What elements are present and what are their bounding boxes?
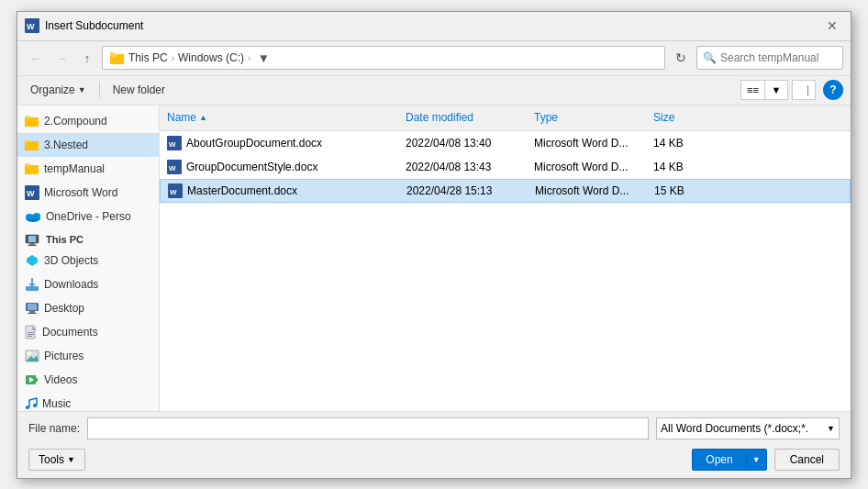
svg-rect-10 (25, 163, 30, 166)
documents-icon (25, 325, 38, 339)
sidebar-item-videos[interactable]: Videos (17, 368, 159, 392)
tools-chevron-icon: ▼ (67, 455, 75, 464)
sidebar-label-downloads: Downloads (44, 278, 98, 291)
file-list-header: Name ▲ Date modified Type Size (160, 106, 851, 131)
svg-rect-23 (31, 278, 33, 284)
svg-rect-18 (29, 243, 35, 245)
breadcrumb: This PC › Windows (C:) › ▼ (102, 46, 665, 70)
tools-button[interactable]: Tools ▼ (28, 449, 85, 471)
word-icon: W (25, 185, 39, 200)
svg-rect-7 (25, 141, 39, 150)
sidebar-item-3nested[interactable]: 3.Nested (17, 133, 159, 157)
sidebar-item-music[interactable]: Music (17, 392, 159, 411)
sidebar-label-tempmanual: tempManual (44, 162, 105, 175)
close-button[interactable]: ✕ (821, 15, 843, 37)
sidebar-label-word: Microsoft Word (44, 186, 117, 199)
svg-rect-17 (28, 236, 36, 242)
onedrive-icon (25, 211, 41, 222)
preview-pane-button[interactable]: ⎹ (792, 80, 816, 100)
open-arrow-icon: ▼ (747, 455, 766, 464)
sidebar-item-desktop[interactable]: Desktop (17, 296, 159, 320)
column-type-label: Type (534, 111, 558, 124)
file-type: Microsoft Word D... (535, 184, 629, 197)
svg-text:W: W (27, 22, 35, 31)
open-button[interactable]: Open ▼ (692, 449, 766, 471)
help-button[interactable]: ? (823, 80, 843, 100)
folder-icon (25, 115, 39, 127)
folder-icon (25, 139, 39, 150)
file-name: MasterDocument.docx (187, 184, 297, 197)
view-options: ≡≡ ▼ ⎹ ? (740, 80, 843, 100)
sidebar-item-documents[interactable]: Documents (17, 320, 159, 344)
file-type: Microsoft Word D... (534, 161, 628, 173)
search-icon: 🔍 (703, 51, 717, 64)
word-doc-icon: W (167, 136, 182, 150)
organize-chevron-icon: ▼ (78, 85, 86, 94)
cancel-button[interactable]: Cancel (774, 449, 840, 471)
sidebar-label-onedrive: OneDrive - Perso (46, 210, 131, 223)
breadcrumb-dropdown[interactable]: ▼ (254, 49, 273, 67)
svg-text:W: W (169, 164, 176, 172)
table-row[interactable]: W GroupDocumentStyle.docx 2022/04/08 13:… (160, 155, 851, 179)
address-bar: ← → ↑ This PC › Windows (C:) › ▼ ↻ 🔍 (17, 41, 851, 76)
word-title-icon: W (25, 18, 39, 33)
pictures-icon (25, 350, 39, 362)
main-content: 2.Compound 3.Nested tempManual (17, 106, 851, 411)
new-folder-label: New folder (113, 83, 165, 96)
toolbar-separator (99, 82, 100, 98)
word-doc-icon: W (168, 183, 183, 198)
column-type[interactable]: Type (527, 111, 646, 124)
title-bar: W Insert Subdocument ✕ (17, 12, 851, 41)
videos-icon (25, 373, 39, 386)
sidebar-item-2compound[interactable]: 2.Compound (17, 109, 159, 133)
new-folder-button[interactable]: New folder (107, 81, 171, 99)
view-dropdown-button[interactable]: ▼ (764, 80, 788, 100)
breadcrumb-this-pc[interactable]: This PC (128, 51, 168, 64)
bottom-bar: File name: All Word Documents (*.docx;*.… (17, 411, 851, 478)
back-button[interactable]: ← (25, 47, 47, 69)
file-list: W AboutGroupDocument.docx 2022/04/08 13:… (160, 131, 851, 411)
column-date-label: Date modified (406, 111, 473, 124)
table-row[interactable]: W MasterDocument.docx 2022/04/28 15:13 M… (160, 179, 851, 203)
sidebar-item-word[interactable]: W Microsoft Word (17, 181, 159, 205)
organize-label: Organize (30, 83, 75, 96)
table-row[interactable]: W AboutGroupDocument.docx 2022/04/08 13:… (160, 131, 851, 155)
svg-marker-38 (36, 377, 39, 383)
tools-label: Tools (39, 453, 64, 466)
column-date[interactable]: Date modified (398, 111, 527, 124)
svg-rect-8 (25, 139, 30, 142)
title-bar-left: W Insert Subdocument (25, 18, 143, 33)
word-doc-icon: W (167, 160, 182, 174)
sort-arrow-icon: ▲ (199, 113, 207, 122)
sidebar-item-tempmanual[interactable]: tempManual (17, 157, 159, 181)
forward-button[interactable]: → (50, 47, 72, 69)
file-size: 14 KB (653, 161, 684, 173)
filename-input[interactable] (87, 417, 649, 439)
refresh-button[interactable]: ↻ (669, 46, 693, 70)
file-name: GroupDocumentStyle.docx (186, 161, 317, 173)
sidebar-label-videos: Videos (44, 373, 77, 386)
column-size[interactable]: Size (646, 111, 710, 124)
up-button[interactable]: ↑ (76, 47, 98, 69)
sidebar: 2.Compound 3.Nested tempManual (17, 106, 160, 411)
svg-rect-33 (28, 336, 32, 337)
svg-rect-6 (25, 116, 30, 118)
column-name[interactable]: Name ▲ (160, 111, 398, 124)
view-details-button[interactable]: ≡≡ (740, 80, 764, 100)
sidebar-label-pictures: Pictures (44, 350, 83, 362)
file-size: 15 KB (654, 184, 684, 197)
svg-rect-4 (110, 52, 115, 55)
music-icon (25, 396, 38, 411)
organize-button[interactable]: Organize ▼ (25, 81, 92, 99)
breadcrumb-drive[interactable]: Windows (C:) (178, 51, 244, 64)
sidebar-label-music: Music (42, 397, 71, 410)
sidebar-item-onedrive[interactable]: OneDrive - Perso (17, 205, 159, 228)
filetype-select[interactable]: All Word Documents (*.docx;*. ▼ (656, 417, 840, 439)
3d-objects-icon (25, 253, 39, 268)
filetype-chevron-icon: ▼ (827, 424, 835, 433)
sidebar-item-pictures[interactable]: Pictures (17, 344, 159, 368)
search-input[interactable] (720, 51, 837, 64)
sidebar-item-3dobjects[interactable]: 3D Objects (17, 249, 159, 272)
view-btn-group: ≡≡ ▼ (740, 80, 788, 100)
sidebar-item-downloads[interactable]: Downloads (17, 272, 159, 296)
